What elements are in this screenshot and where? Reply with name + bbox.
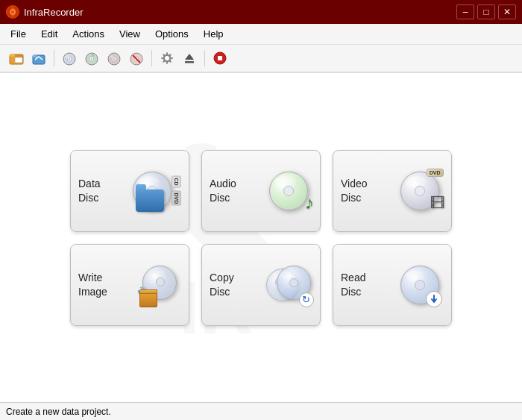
read-disc-label: ReadDisc [341, 271, 365, 298]
close-button[interactable]: ✕ [498, 4, 516, 19]
toolbar-disc-burn[interactable] [59, 48, 80, 69]
toolbar-sep-3 [204, 50, 205, 66]
title-controls: – □ ✕ [456, 4, 516, 19]
toolbar-erase-disc[interactable] [126, 48, 147, 69]
video-disc-icon: DVD 🎞 [395, 166, 444, 215]
data-disc-button[interactable]: DataDisc CD DVD [70, 150, 189, 232]
copy-disc-icon: ↻ [264, 260, 312, 309]
toolbar-open[interactable] [28, 48, 49, 69]
toolbar [0, 45, 522, 73]
svg-point-22 [165, 56, 169, 60]
status-bar: Create a new data project. [0, 402, 522, 420]
toolbar-stop[interactable] [210, 48, 230, 69]
toolbar-new-folder[interactable] [6, 48, 27, 69]
svg-rect-23 [185, 61, 194, 63]
copy-disc-button[interactable]: CopyDisc ↻ [201, 244, 321, 326]
menu-file[interactable]: File [3, 26, 34, 42]
toolbar-settings[interactable] [157, 48, 177, 69]
svg-rect-3 [10, 54, 15, 57]
svg-point-13 [91, 58, 92, 60]
menu-bar: File Edit Actions View Options Help [0, 24, 522, 45]
app-icon [6, 5, 19, 19]
audio-disc-icon: ♪ [264, 166, 312, 215]
write-image-label: WriteImage [78, 271, 107, 298]
audio-disc-label: AudioDisc [210, 177, 236, 204]
svg-rect-26 [218, 56, 222, 60]
svg-point-9 [69, 58, 70, 60]
main-content: IR DataDisc CD [0, 73, 522, 402]
app-title: InfraRecorder [24, 7, 83, 18]
svg-rect-6 [33, 55, 37, 57]
svg-marker-24 [185, 54, 194, 60]
maximize-button[interactable]: □ [477, 4, 495, 19]
copy-disc-label: CopyDisc [210, 271, 234, 298]
menu-edit[interactable]: Edit [34, 26, 65, 42]
audio-disc-button[interactable]: AudioDisc ♪ [201, 150, 321, 232]
buttons-grid: DataDisc CD DVD [70, 150, 452, 326]
write-image-icon: 🔧 [133, 260, 181, 309]
menu-view[interactable]: View [112, 26, 148, 42]
read-disc-icon [395, 260, 444, 309]
toolbar-disc-copy[interactable] [104, 48, 125, 69]
read-disc-button[interactable]: ReadDisc [333, 244, 452, 326]
menu-options[interactable]: Options [148, 26, 196, 42]
title-left: InfraRecorder [6, 5, 83, 19]
status-text: Create a new data project. [6, 407, 111, 417]
video-disc-label: VideoDisc [341, 177, 368, 204]
menu-help[interactable]: Help [196, 26, 231, 42]
toolbar-disc-options[interactable] [81, 48, 102, 69]
toolbar-sep-1 [54, 50, 54, 66]
toolbar-sep-2 [151, 50, 152, 66]
toolbar-eject[interactable] [179, 48, 200, 69]
write-image-button[interactable]: WriteImage 🔧 [70, 244, 189, 326]
title-bar: InfraRecorder – □ ✕ [0, 0, 522, 24]
video-disc-button[interactable]: VideoDisc DVD 🎞 [333, 150, 452, 232]
data-disc-icon: CD DVD [133, 166, 181, 215]
svg-rect-4 [15, 57, 22, 63]
svg-point-16 [113, 58, 115, 60]
menu-actions[interactable]: Actions [65, 26, 112, 42]
data-disc-label: DataDisc [78, 177, 101, 204]
minimize-button[interactable]: – [456, 4, 474, 19]
